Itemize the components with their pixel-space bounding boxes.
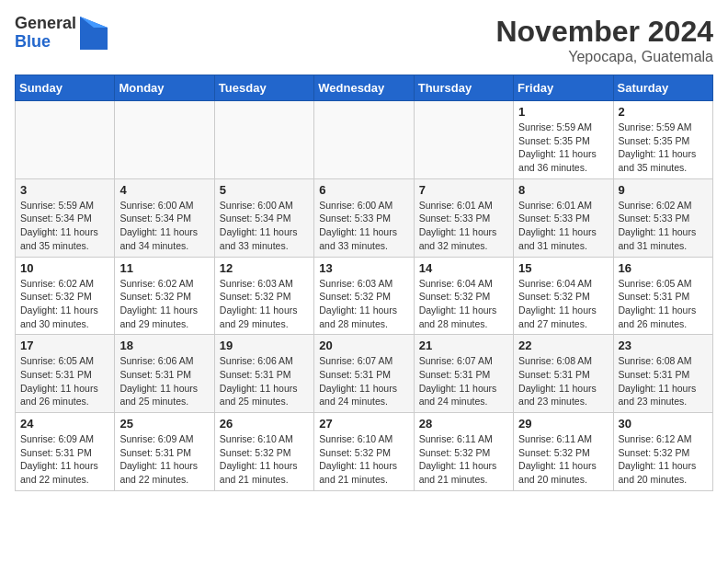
page-subtitle: Yepocapa, Guatemala: [495, 49, 713, 65]
calendar-cell: [314, 101, 414, 179]
day-info: Sunrise: 6:11 AM Sunset: 5:32 PM Dayligh…: [419, 432, 508, 487]
calendar-cell: [414, 101, 513, 179]
calendar-cell: [115, 101, 214, 179]
calendar-cell: 1Sunrise: 5:59 AM Sunset: 5:35 PM Daylig…: [514, 101, 613, 179]
week-row-4: 17Sunrise: 6:05 AM Sunset: 5:31 PM Dayli…: [16, 335, 713, 413]
day-number: 29: [518, 417, 608, 431]
day-number: 14: [419, 261, 508, 275]
day-number: 13: [319, 261, 408, 275]
day-number: 9: [619, 183, 708, 197]
day-info: Sunrise: 6:12 AM Sunset: 5:32 PM Dayligh…: [619, 432, 708, 487]
day-info: Sunrise: 6:07 AM Sunset: 5:31 PM Dayligh…: [319, 354, 408, 408]
calendar-cell: 20Sunrise: 6:07 AM Sunset: 5:31 PM Dayli…: [314, 335, 414, 413]
calendar-cell: 12Sunrise: 6:03 AM Sunset: 5:32 PM Dayli…: [214, 257, 313, 335]
calendar-cell: 13Sunrise: 6:03 AM Sunset: 5:32 PM Dayli…: [314, 257, 414, 335]
day-info: Sunrise: 6:10 AM Sunset: 5:32 PM Dayligh…: [319, 432, 408, 487]
logo-icon: [80, 17, 108, 50]
day-number: 12: [220, 261, 309, 275]
calendar-cell: 11Sunrise: 6:02 AM Sunset: 5:32 PM Dayli…: [115, 257, 214, 335]
day-number: 8: [518, 183, 608, 197]
weekday-header-monday: Monday: [115, 75, 214, 101]
calendar-cell: 28Sunrise: 6:11 AM Sunset: 5:32 PM Dayli…: [414, 413, 513, 491]
day-info: Sunrise: 5:59 AM Sunset: 5:35 PM Dayligh…: [619, 121, 708, 175]
week-row-3: 10Sunrise: 6:02 AM Sunset: 5:32 PM Dayli…: [16, 257, 713, 335]
day-info: Sunrise: 6:08 AM Sunset: 5:31 PM Dayligh…: [518, 354, 608, 408]
calendar-cell: 16Sunrise: 6:05 AM Sunset: 5:31 PM Dayli…: [613, 257, 712, 335]
day-info: Sunrise: 6:06 AM Sunset: 5:31 PM Dayligh…: [119, 354, 209, 408]
day-info: Sunrise: 6:09 AM Sunset: 5:31 PM Dayligh…: [20, 432, 109, 487]
calendar-cell: 24Sunrise: 6:09 AM Sunset: 5:31 PM Dayli…: [16, 413, 115, 491]
week-row-5: 24Sunrise: 6:09 AM Sunset: 5:31 PM Dayli…: [16, 413, 713, 491]
day-number: 2: [619, 105, 708, 119]
day-info: Sunrise: 6:05 AM Sunset: 5:31 PM Dayligh…: [619, 277, 708, 331]
calendar-cell: 7Sunrise: 6:01 AM Sunset: 5:33 PM Daylig…: [414, 178, 513, 257]
calendar-header: SundayMondayTuesdayWednesdayThursdayFrid…: [16, 75, 713, 101]
day-info: Sunrise: 6:02 AM Sunset: 5:33 PM Dayligh…: [619, 199, 708, 253]
day-number: 11: [119, 261, 209, 275]
calendar-cell: 25Sunrise: 6:09 AM Sunset: 5:31 PM Dayli…: [115, 413, 214, 491]
weekday-header-row: SundayMondayTuesdayWednesdayThursdayFrid…: [16, 75, 713, 101]
day-info: Sunrise: 5:59 AM Sunset: 5:34 PM Dayligh…: [20, 199, 109, 253]
calendar-cell: 17Sunrise: 6:05 AM Sunset: 5:31 PM Dayli…: [16, 335, 115, 413]
day-number: 21: [419, 339, 508, 352]
day-number: 6: [319, 183, 408, 197]
day-number: 22: [518, 339, 608, 352]
day-number: 1: [518, 105, 608, 119]
calendar-body: 1Sunrise: 5:59 AM Sunset: 5:35 PM Daylig…: [16, 101, 713, 491]
day-info: Sunrise: 6:07 AM Sunset: 5:31 PM Dayligh…: [419, 354, 508, 408]
day-info: Sunrise: 6:04 AM Sunset: 5:32 PM Dayligh…: [419, 277, 508, 331]
weekday-header-tuesday: Tuesday: [214, 75, 313, 101]
calendar-cell: 4Sunrise: 6:00 AM Sunset: 5:34 PM Daylig…: [115, 178, 214, 257]
day-info: Sunrise: 5:59 AM Sunset: 5:35 PM Dayligh…: [518, 121, 608, 175]
logo-text: General Blue: [15, 15, 76, 52]
day-number: 5: [220, 183, 309, 197]
day-info: Sunrise: 6:09 AM Sunset: 5:31 PM Dayligh…: [119, 432, 209, 487]
day-number: 3: [20, 183, 109, 197]
day-number: 4: [119, 183, 209, 197]
calendar-cell: 15Sunrise: 6:04 AM Sunset: 5:32 PM Dayli…: [514, 257, 613, 335]
calendar-cell: 30Sunrise: 6:12 AM Sunset: 5:32 PM Dayli…: [613, 413, 712, 491]
week-row-2: 3Sunrise: 5:59 AM Sunset: 5:34 PM Daylig…: [16, 178, 713, 257]
day-number: 19: [220, 339, 309, 352]
title-block: November 2024 Yepocapa, Guatemala: [495, 15, 713, 65]
calendar-table: SundayMondayTuesdayWednesdayThursdayFrid…: [15, 75, 713, 491]
day-info: Sunrise: 6:01 AM Sunset: 5:33 PM Dayligh…: [518, 199, 608, 253]
day-number: 27: [319, 417, 408, 431]
calendar-cell: 23Sunrise: 6:08 AM Sunset: 5:31 PM Dayli…: [613, 335, 712, 413]
calendar-cell: 10Sunrise: 6:02 AM Sunset: 5:32 PM Dayli…: [16, 257, 115, 335]
day-info: Sunrise: 6:03 AM Sunset: 5:32 PM Dayligh…: [319, 277, 408, 331]
day-info: Sunrise: 6:10 AM Sunset: 5:32 PM Dayligh…: [220, 432, 309, 487]
calendar-cell: 26Sunrise: 6:10 AM Sunset: 5:32 PM Dayli…: [214, 413, 313, 491]
day-number: 23: [619, 339, 708, 352]
calendar-cell: 22Sunrise: 6:08 AM Sunset: 5:31 PM Dayli…: [514, 335, 613, 413]
calendar-cell: 18Sunrise: 6:06 AM Sunset: 5:31 PM Dayli…: [115, 335, 214, 413]
day-info: Sunrise: 6:03 AM Sunset: 5:32 PM Dayligh…: [220, 277, 309, 331]
calendar-cell: 27Sunrise: 6:10 AM Sunset: 5:32 PM Dayli…: [314, 413, 414, 491]
day-info: Sunrise: 6:11 AM Sunset: 5:32 PM Dayligh…: [518, 432, 608, 487]
calendar-cell: [16, 101, 115, 179]
page-title: November 2024: [495, 15, 713, 49]
day-info: Sunrise: 6:04 AM Sunset: 5:32 PM Dayligh…: [518, 277, 608, 331]
day-number: 17: [20, 339, 109, 352]
day-info: Sunrise: 6:05 AM Sunset: 5:31 PM Dayligh…: [20, 354, 109, 408]
day-number: 30: [619, 417, 708, 431]
calendar-cell: 21Sunrise: 6:07 AM Sunset: 5:31 PM Dayli…: [414, 335, 513, 413]
week-row-1: 1Sunrise: 5:59 AM Sunset: 5:35 PM Daylig…: [16, 101, 713, 179]
calendar-cell: 3Sunrise: 5:59 AM Sunset: 5:34 PM Daylig…: [16, 178, 115, 257]
weekday-header-thursday: Thursday: [414, 75, 513, 101]
day-number: 16: [619, 261, 708, 275]
weekday-header-friday: Friday: [514, 75, 613, 101]
calendar-cell: 2Sunrise: 5:59 AM Sunset: 5:35 PM Daylig…: [613, 101, 712, 179]
day-number: 7: [419, 183, 508, 197]
calendar-cell: 6Sunrise: 6:00 AM Sunset: 5:33 PM Daylig…: [314, 178, 414, 257]
weekday-header-sunday: Sunday: [16, 75, 115, 101]
day-number: 24: [20, 417, 109, 431]
logo-general: General: [15, 15, 76, 33]
calendar-cell: 8Sunrise: 6:01 AM Sunset: 5:33 PM Daylig…: [514, 178, 613, 257]
day-number: 15: [518, 261, 608, 275]
weekday-header-saturday: Saturday: [613, 75, 712, 101]
day-number: 26: [220, 417, 309, 431]
day-info: Sunrise: 6:01 AM Sunset: 5:33 PM Dayligh…: [419, 199, 508, 253]
calendar-cell: 9Sunrise: 6:02 AM Sunset: 5:33 PM Daylig…: [613, 178, 712, 257]
calendar-cell: [214, 101, 313, 179]
